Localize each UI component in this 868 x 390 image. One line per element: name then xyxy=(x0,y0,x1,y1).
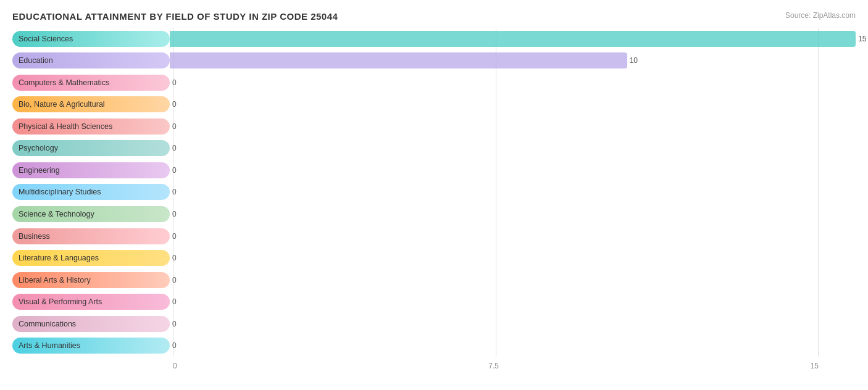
bar-row: Liberal Arts & History0 xyxy=(12,270,856,290)
bar-value: 0 xyxy=(172,297,177,306)
bar-label-pill: Liberal Arts & History xyxy=(12,272,170,288)
bar-label-pill: Literature & Languages xyxy=(12,250,170,266)
bar-value: 0 xyxy=(172,100,177,109)
bar-row: Business0 xyxy=(12,226,856,246)
bar-label-pill: Engineering xyxy=(12,162,170,178)
bar-track: 0 xyxy=(170,250,856,266)
chart-area: Social Sciences15Education10Computers & … xyxy=(12,28,856,370)
bar-value: 10 xyxy=(630,56,638,65)
x-axis: 0 7.5 15 xyxy=(173,362,819,370)
bar-value: 0 xyxy=(172,276,177,284)
bar-track: 0 xyxy=(170,316,856,332)
bar-row: Social Sciences15 xyxy=(12,29,856,49)
bar-track: 0 xyxy=(170,184,856,200)
bar-label-pill: Education xyxy=(12,52,170,68)
x-label-max: 15 xyxy=(811,362,819,370)
bar-row: Communications0 xyxy=(12,314,856,334)
bar-row: Multidisciplinary Studies0 xyxy=(12,182,856,202)
bar-value: 0 xyxy=(172,254,177,262)
bar-track: 0 xyxy=(170,206,856,222)
bar-value: 0 xyxy=(172,210,177,218)
bar-row: Physical & Health Sciences0 xyxy=(12,117,856,136)
bar-row: Engineering0 xyxy=(12,160,856,180)
bar-row: Education10 xyxy=(12,51,856,70)
bar-label-pill: Visual & Performing Arts xyxy=(12,294,170,310)
bar-label-pill: Bio, Nature & Agricultural xyxy=(12,96,170,112)
bar-label-pill: Arts & Humanities xyxy=(12,338,170,354)
bar-track: 0 xyxy=(170,228,856,244)
bar-value: 0 xyxy=(172,122,177,131)
bar-track: 0 xyxy=(170,118,856,135)
bar-track: 0 xyxy=(170,272,856,288)
bar-value: 0 xyxy=(172,144,177,152)
bar-label-pill: Social Sciences xyxy=(12,31,170,47)
bar-label-pill: Multidisciplinary Studies xyxy=(12,184,170,200)
bar-value: 0 xyxy=(172,166,177,175)
bar-row: Visual & Performing Arts0 xyxy=(12,292,856,312)
bar-track: 0 xyxy=(170,140,856,156)
bar-value: 0 xyxy=(172,232,177,241)
bar-row: Arts & Humanities0 xyxy=(12,336,856,355)
bar-track: 15 xyxy=(170,31,856,47)
x-label-mid: 7.5 xyxy=(488,362,499,370)
bar-value: 0 xyxy=(172,188,177,196)
bar-value: 0 xyxy=(172,78,177,87)
bar-row: Literature & Languages0 xyxy=(12,248,856,268)
chart-title: EDUCATIONAL ATTAINMENT BY FIELD OF STUDY… xyxy=(12,11,856,22)
x-label-0: 0 xyxy=(173,362,177,370)
bar-row: Psychology0 xyxy=(12,138,856,158)
bar-label-pill: Physical & Health Sciences xyxy=(12,118,170,135)
chart-container: EDUCATIONAL ATTAINMENT BY FIELD OF STUDY… xyxy=(0,0,868,390)
bar-row: Bio, Nature & Agricultural0 xyxy=(12,94,856,114)
bar-label-pill: Communications xyxy=(12,316,170,332)
bar-track: 0 xyxy=(170,338,856,354)
bar-label-pill: Psychology xyxy=(12,140,170,156)
bar-label-pill: Science & Technology xyxy=(12,206,170,222)
bar-row: Science & Technology0 xyxy=(12,204,856,224)
bar-track: 0 xyxy=(170,75,856,91)
bar-track: 0 xyxy=(170,294,856,310)
bars-wrapper: Social Sciences15Education10Computers & … xyxy=(12,28,856,357)
bar-track: 0 xyxy=(170,162,856,178)
bar-track: 10 xyxy=(170,52,856,68)
bar-track: 0 xyxy=(170,96,856,112)
bar-label-pill: Business xyxy=(12,228,170,244)
bar-value: 0 xyxy=(172,320,177,328)
chart-source: Source: ZipAtlas.com xyxy=(785,11,856,20)
bar-fill xyxy=(170,31,856,47)
bar-value: 15 xyxy=(858,35,866,43)
bar-label-pill: Computers & Mathematics xyxy=(12,75,170,91)
bar-row: Computers & Mathematics0 xyxy=(12,73,856,93)
bar-value: 0 xyxy=(172,341,177,350)
bar-fill xyxy=(170,52,627,68)
